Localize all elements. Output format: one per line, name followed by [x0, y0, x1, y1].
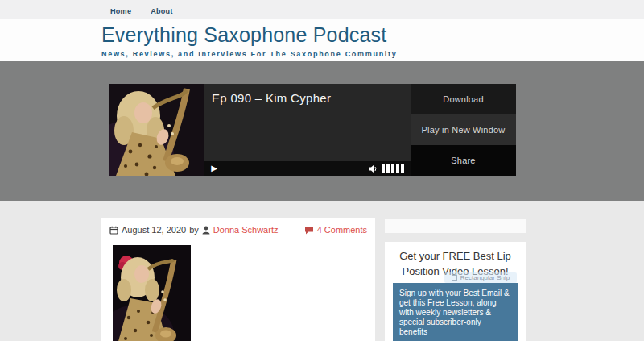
- download-button[interactable]: Download: [411, 84, 516, 114]
- nav-item-home[interactable]: Home: [110, 2, 131, 17]
- post-featured-image: [113, 245, 191, 341]
- author-link[interactable]: Donna Schwartz: [213, 225, 279, 235]
- nav-link-home[interactable]: Home: [110, 7, 131, 15]
- episode-thumbnail-image: [109, 84, 204, 176]
- speaker-icon: [369, 164, 378, 173]
- player-action-buttons: Download Play in New Window Share: [411, 84, 516, 176]
- post-card: August 12, 2020 by Donna Schwartz 4 Comm…: [101, 218, 375, 341]
- volume-bar: [382, 164, 385, 173]
- volume-bar: [396, 164, 399, 173]
- person-icon: [202, 226, 210, 235]
- site-title[interactable]: Everything Saxophone Podcast: [101, 23, 644, 47]
- site-header: Everything Saxophone Podcast News, Revie…: [0, 19, 644, 61]
- optin-description: Sign up with your Best Email & get this …: [399, 289, 511, 337]
- player-center-panel: Ep 090 – Kim Cypher ▶: [204, 84, 411, 176]
- optin-form: Sign up with your Best Email & get this …: [393, 283, 518, 341]
- volume-bar: [401, 164, 404, 173]
- post-meta-left: August 12, 2020 by Donna Schwartz: [109, 225, 278, 235]
- volume-control[interactable]: [369, 164, 404, 173]
- share-button[interactable]: Share: [411, 145, 516, 176]
- play-button[interactable]: ▶: [208, 164, 220, 173]
- volume-bar: [386, 164, 390, 173]
- episode-title: Ep 090 – Kim Cypher: [204, 84, 411, 105]
- nav-item-about[interactable]: About: [151, 2, 173, 17]
- saxophonist-photo-small: [109, 84, 204, 176]
- speech-bubble-icon: [304, 226, 314, 235]
- hero-banner: Ep 090 – Kim Cypher ▶ Download Pla: [0, 61, 644, 201]
- top-nav-bar: Home About: [0, 0, 644, 19]
- player-controls: ▶: [204, 161, 411, 176]
- nav-link-about[interactable]: About: [151, 7, 173, 15]
- calendar-icon: [109, 226, 118, 235]
- comments-link[interactable]: 4 Comments: [317, 225, 367, 235]
- sidebar-widget-placeholder: [385, 219, 526, 233]
- site-tagline: News, Reviews, and Interviews For The Sa…: [101, 50, 644, 58]
- volume-bar: [391, 164, 394, 173]
- post-meta-comments: 4 Comments: [304, 225, 367, 235]
- optin-card: Get your FREE Best Lip Position Video Le…: [385, 242, 526, 341]
- podcast-player: Ep 090 – Kim Cypher ▶ Download Pla: [109, 84, 516, 176]
- play-in-new-window-button[interactable]: Play in New Window: [411, 114, 516, 145]
- post-meta-row: August 12, 2020 by Donna Schwartz 4 Comm…: [101, 218, 375, 235]
- post-date: August 12, 2020: [122, 225, 186, 235]
- post-by-text: by: [189, 225, 199, 235]
- main-nav: Home About: [110, 2, 173, 17]
- optin-heading: Get your FREE Best Lip Position Video Le…: [395, 249, 515, 280]
